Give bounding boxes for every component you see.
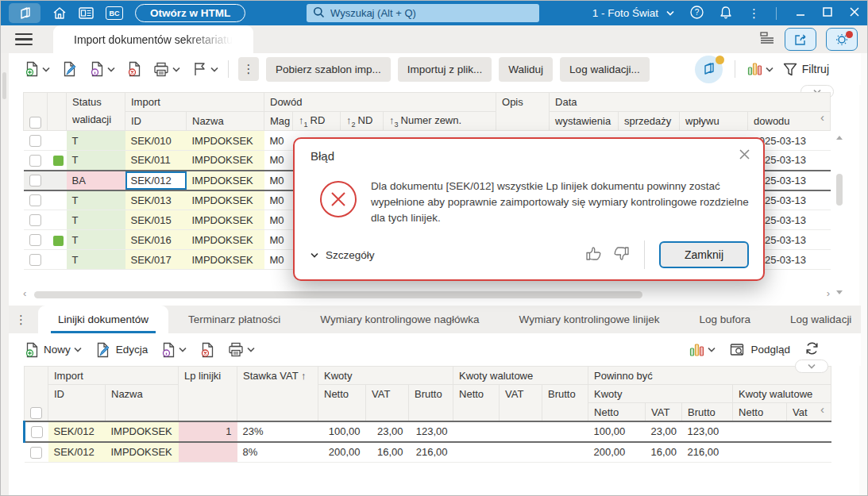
col-dowodu[interactable]: dowodu: [748, 112, 831, 131]
col-stawka-vat[interactable]: Stawka VAT ↑: [237, 367, 318, 421]
menu-hamburger-icon[interactable]: [15, 33, 33, 46]
cell-vat[interactable]: 16,00: [366, 442, 409, 463]
horizontal-scrollbar[interactable]: ‹ ›: [23, 290, 830, 300]
scrollbar-thumb[interactable]: [34, 291, 642, 298]
cell-vat[interactable]: 23,00: [366, 421, 409, 442]
cell-id[interactable]: SEK/012: [48, 421, 106, 442]
import-from-file-button[interactable]: Importuj z plik...: [398, 57, 492, 82]
hints-bulb-button[interactable]: [826, 28, 858, 51]
help-icon[interactable]: ?: [690, 6, 704, 21]
cell-brutto[interactable]: 123,00: [409, 421, 453, 442]
add-document-button[interactable]: [25, 61, 50, 77]
cell-status[interactable]: T: [67, 230, 125, 250]
line-row[interactable]: SEK/012 IMPDOKSEK 8% 200,00 16,00 216,00…: [25, 442, 831, 463]
tab-import-dokumentow[interactable]: Import dokumentów sekretariatu: [53, 25, 253, 53]
col-wystawienia[interactable]: wystawienia: [550, 112, 619, 131]
filter-button[interactable]: Filtruj: [783, 63, 829, 76]
cell-nazwa[interactable]: IMPDOKSEK: [187, 230, 264, 250]
bc-icon[interactable]: BC: [106, 6, 123, 20]
cell-status[interactable]: T: [67, 131, 125, 151]
col-lp-linijki[interactable]: Lp linijki: [179, 367, 237, 421]
download-template-button[interactable]: Pobierz szablon imp...: [266, 57, 391, 82]
details-toggle[interactable]: Szczegóły: [311, 249, 375, 261]
row-checkbox[interactable]: [29, 254, 41, 266]
row-checkbox[interactable]: [29, 175, 41, 186]
cell-nazwa[interactable]: IMPDOKSEK: [187, 250, 264, 270]
tab-wymiary-linijek[interactable]: Wymiary kontrolingowe linijek: [500, 306, 680, 333]
cell-mag[interactable]: M0: [264, 151, 293, 171]
cell-pb-wal-netto[interactable]: [733, 421, 787, 442]
chevron-down-icon[interactable]: [210, 67, 218, 72]
chevron-down-icon[interactable]: [708, 347, 716, 352]
col-sprzedazy[interactable]: sprzedaży: [619, 112, 680, 131]
more-options-icon[interactable]: ⋮: [748, 6, 760, 21]
cell-mag[interactable]: M0: [264, 250, 293, 270]
cell-nazwa[interactable]: IMPDOKSEK: [106, 442, 179, 463]
cell-pb-brutto[interactable]: 216,00: [682, 442, 733, 463]
drag-handle-icon[interactable]: ⋮: [9, 306, 38, 333]
thumbs-up-icon[interactable]: [585, 246, 601, 263]
validate-button[interactable]: Waliduj: [499, 57, 553, 82]
delete-line-button[interactable]: [200, 342, 214, 358]
cell-wal-brutto[interactable]: [542, 421, 588, 442]
notifications-bell-icon[interactable]: [719, 6, 732, 21]
chevron-down-icon[interactable]: [172, 67, 180, 72]
col-netto[interactable]: Netto: [318, 385, 366, 421]
row-checkbox[interactable]: [29, 194, 41, 206]
collapse-right-chevron[interactable]: ‹: [820, 402, 824, 416]
chevron-down-icon[interactable]: [42, 67, 50, 72]
cell-brutto[interactable]: 216,00: [409, 442, 453, 463]
chart-view-button[interactable]: [689, 343, 716, 357]
cell-wal-netto[interactable]: [453, 442, 500, 463]
cell-mag[interactable]: M0: [264, 171, 293, 190]
preview-button[interactable]: Podgląd: [730, 343, 790, 357]
minimize-button[interactable]: [796, 7, 805, 19]
refresh-button[interactable]: [804, 341, 820, 358]
cell-nazwa[interactable]: IMPDOKSEK: [187, 210, 264, 230]
edit-document-button[interactable]: [62, 61, 78, 77]
chevron-down-icon[interactable]: [179, 347, 187, 352]
col-pb-vat[interactable]: VAT: [646, 403, 682, 421]
open-in-html-button[interactable]: Otwórz w HTML: [135, 4, 245, 22]
cell-stawka[interactable]: 8%: [237, 442, 318, 463]
col-wal-vat[interactable]: VAT: [500, 385, 542, 421]
edit-line-button[interactable]: Edycja: [95, 342, 149, 358]
chevron-down-icon[interactable]: [766, 67, 773, 72]
col-nazwa[interactable]: Nazwa: [187, 112, 264, 131]
col-status-walidacji[interactable]: Status walidacji: [67, 93, 125, 131]
print-lines-button[interactable]: [228, 342, 255, 357]
cell-id[interactable]: SEK/017: [125, 250, 187, 270]
col-brutto[interactable]: Brutto: [409, 385, 453, 421]
cell-nazwa[interactable]: IMPDOKSEK: [187, 131, 264, 151]
col-mag[interactable]: Mag: [264, 112, 293, 131]
collapse-right-chevron[interactable]: ‹: [820, 110, 824, 124]
cell-id[interactable]: SEK/012: [48, 442, 106, 463]
row-checkbox[interactable]: [31, 426, 43, 438]
cell-wal-brutto[interactable]: [542, 442, 588, 463]
related-windows-button[interactable]: [695, 56, 723, 83]
select-all-checkbox[interactable]: [29, 117, 41, 129]
col-vat[interactable]: VAT: [366, 385, 409, 421]
cell-lp[interactable]: 1: [179, 421, 237, 442]
col-wal-brutto[interactable]: Brutto: [542, 385, 588, 421]
cell-wal-vat[interactable]: [500, 442, 542, 463]
print-button[interactable]: [153, 62, 180, 77]
line-info-button[interactable]: [161, 342, 187, 358]
scroll-down-arrow[interactable]: [836, 290, 843, 294]
close-dialog-button[interactable]: Zamknij: [659, 241, 749, 268]
cell-nazwa[interactable]: IMPDOKSEK: [187, 151, 264, 171]
col-pb-netto[interactable]: Netto: [588, 403, 646, 421]
scrollbar-thumb[interactable]: [836, 174, 843, 206]
tab-log-walidacji[interactable]: Log walidacji: [770, 306, 868, 333]
company-selector[interactable]: 1 - Foto Świat: [592, 7, 674, 19]
line-row-selected[interactable]: SEK/012 IMPDOKSEK 1 23% 100,00 23,00 123…: [25, 421, 831, 442]
row-checkbox[interactable]: [29, 214, 41, 226]
cell-stawka[interactable]: 23%: [237, 421, 318, 442]
row-checkbox[interactable]: [30, 447, 42, 459]
cell-lp[interactable]: [179, 442, 237, 463]
row-checkbox[interactable]: [29, 234, 41, 246]
cell-id[interactable]: SEK/011: [125, 151, 187, 171]
cell-pb-vat[interactable]: 16,00: [646, 442, 682, 463]
new-line-button[interactable]: Nowy: [25, 342, 82, 358]
cell-pb-wal-vat[interactable]: [787, 421, 831, 442]
